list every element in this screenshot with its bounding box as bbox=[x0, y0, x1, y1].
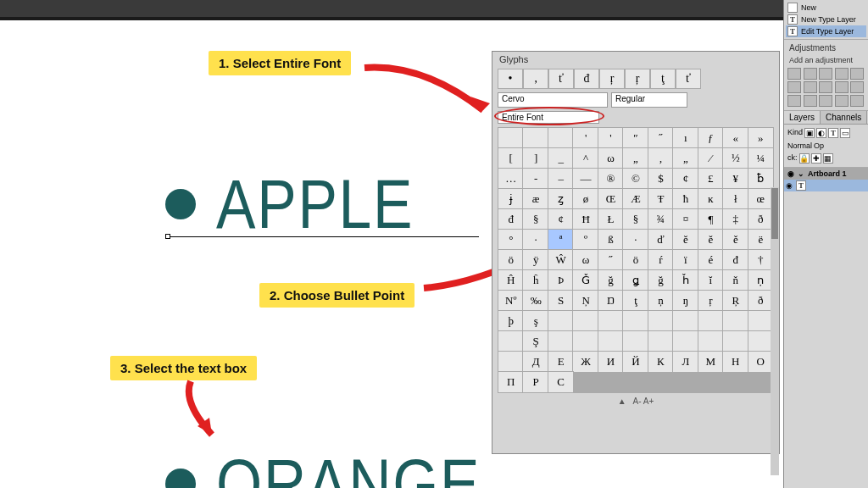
glyph-recent-cell[interactable]: ť bbox=[676, 69, 701, 89]
adj-icon[interactable] bbox=[835, 95, 849, 107]
glyph-cell[interactable] bbox=[548, 311, 573, 331]
tab-channels[interactable]: Channels bbox=[821, 111, 867, 124]
glyph-cell[interactable]: · bbox=[623, 230, 648, 250]
lock-all-icon[interactable]: ▦ bbox=[823, 153, 833, 164]
chevron-down-icon[interactable]: ⌄ bbox=[798, 169, 804, 178]
glyph-cell[interactable]: Ǧ bbox=[573, 270, 598, 291]
eye-icon[interactable]: ◉ bbox=[786, 181, 793, 190]
glyph-cell[interactable] bbox=[498, 352, 523, 372]
glyph-cell[interactable]: · bbox=[523, 230, 548, 250]
glyph-cell[interactable]: ¶ bbox=[698, 209, 723, 230]
tab-layers[interactable]: Layers bbox=[784, 111, 821, 124]
glyph-cell[interactable]: ª bbox=[548, 230, 573, 250]
glyph-cell[interactable]: — bbox=[573, 169, 598, 189]
history-row[interactable]: TNew Type Layer bbox=[786, 14, 866, 25]
glyph-cell[interactable]: œ bbox=[748, 189, 773, 209]
glyph-cell[interactable]: ] bbox=[523, 148, 548, 169]
glyph-cell[interactable]: ë bbox=[748, 230, 773, 250]
glyph-cell[interactable]: ˝ bbox=[598, 250, 623, 270]
glyph-recent-cell[interactable]: ţ bbox=[650, 69, 676, 89]
glyph-cell[interactable]: ŗ bbox=[698, 291, 723, 311]
glyph-cell[interactable]: ï bbox=[673, 250, 698, 270]
glyph-cell[interactable] bbox=[573, 311, 598, 331]
glyph-cell[interactable]: « bbox=[723, 128, 748, 148]
glyph-cell[interactable]: – bbox=[548, 169, 573, 189]
glyph-cell[interactable]: ½ bbox=[723, 148, 748, 169]
glyph-cell[interactable]: ÿ bbox=[523, 250, 548, 270]
glyph-cell[interactable]: ¼ bbox=[748, 148, 773, 169]
glyph-cell[interactable]: ņ bbox=[648, 291, 673, 311]
filter-adj-icon[interactable]: ◐ bbox=[816, 128, 826, 138]
glyph-cell[interactable]: ł bbox=[723, 189, 748, 209]
glyph-cell[interactable]: Þ bbox=[548, 270, 573, 291]
glyph-cell[interactable]: © bbox=[623, 169, 648, 189]
filter-shape-icon[interactable]: ▭ bbox=[840, 128, 850, 138]
glyph-cell[interactable]: Ж bbox=[573, 352, 598, 372]
eye-icon[interactable]: ◉ bbox=[787, 169, 794, 178]
adj-icon[interactable] bbox=[819, 81, 832, 93]
glyph-cell[interactable]: § bbox=[523, 209, 548, 230]
font-category-select[interactable]: Entire Font bbox=[498, 111, 599, 124]
glyph-cell[interactable]: ǥ bbox=[623, 270, 648, 291]
glyph-recent-cell[interactable]: • bbox=[498, 69, 523, 89]
glyph-cell[interactable] bbox=[598, 331, 623, 352]
glyph-cell[interactable] bbox=[723, 331, 748, 352]
adj-icon[interactable] bbox=[819, 95, 832, 107]
glyph-cell[interactable]: ö bbox=[623, 250, 648, 270]
glyph-cell[interactable]: Œ bbox=[598, 189, 623, 209]
glyph-cell[interactable]: ň bbox=[723, 270, 748, 291]
glyph-cell[interactable]: И bbox=[598, 352, 623, 372]
glyph-cell[interactable]: Ħ bbox=[573, 209, 598, 230]
glyph-cell[interactable]: ⁄ bbox=[698, 148, 723, 169]
glyph-cell[interactable]: Ŵ bbox=[548, 250, 573, 270]
adj-icon[interactable] bbox=[835, 81, 849, 93]
glyph-cell[interactable] bbox=[573, 331, 598, 352]
glyph-cell[interactable]: ğ bbox=[598, 270, 623, 291]
adj-icon[interactable] bbox=[804, 81, 817, 93]
glyph-recent-cell[interactable]: ŗ bbox=[599, 69, 625, 89]
glyph-cell[interactable]: ħ bbox=[673, 189, 698, 209]
glyph-cell[interactable] bbox=[723, 311, 748, 331]
glyph-cell[interactable]: Н bbox=[723, 352, 748, 372]
blend-mode-select[interactable]: Normal bbox=[787, 141, 812, 150]
adj-icon[interactable] bbox=[787, 95, 801, 107]
adj-icon[interactable] bbox=[850, 81, 864, 93]
glyph-cell[interactable]: ° bbox=[498, 230, 523, 250]
glyph-cell[interactable]: Nº bbox=[498, 291, 523, 311]
glyph-cell[interactable]: Ĥ bbox=[498, 270, 523, 291]
glyph-cell[interactable]: ö bbox=[498, 250, 523, 270]
glyph-cell[interactable]: ƀ bbox=[748, 169, 773, 189]
glyph-cell[interactable]: ^ bbox=[573, 148, 598, 169]
glyph-cell[interactable] bbox=[548, 331, 573, 352]
glyph-cell[interactable]: ď bbox=[648, 230, 673, 250]
adj-icon[interactable] bbox=[850, 68, 864, 80]
history-row[interactable]: TEdit Type Layer bbox=[786, 25, 866, 37]
glyph-cell[interactable]: - bbox=[523, 169, 548, 189]
glyph-cell[interactable]: ð bbox=[748, 209, 773, 230]
glyph-cell[interactable]: ˝ bbox=[648, 128, 673, 148]
glyph-cell[interactable] bbox=[523, 128, 548, 148]
glyph-cell[interactable]: „ bbox=[673, 148, 698, 169]
glyph-recent-cell[interactable]: ť bbox=[548, 69, 574, 89]
glyph-cell[interactable]: ĕ bbox=[698, 230, 723, 250]
artboard-row[interactable]: ◉ ⌄ Artboard 1 bbox=[784, 168, 868, 180]
glyph-cell[interactable]: æ bbox=[523, 189, 548, 209]
lock-pos-icon[interactable]: ✚ bbox=[811, 153, 821, 164]
glyph-cell[interactable]: ě bbox=[723, 230, 748, 250]
glyph-cell[interactable]: ‚ bbox=[648, 148, 673, 169]
glyph-cell[interactable]: ğ bbox=[648, 270, 673, 291]
glyph-cell[interactable]: Ŋ bbox=[598, 291, 623, 311]
glyph-cell[interactable]: ″ bbox=[623, 128, 648, 148]
glyph-cell[interactable]: ω bbox=[573, 250, 598, 270]
adj-icon[interactable] bbox=[787, 81, 801, 93]
glyph-cell[interactable] bbox=[673, 311, 698, 331]
glyph-cell[interactable]: $ bbox=[648, 169, 673, 189]
glyph-cell[interactable]: ' bbox=[573, 128, 598, 148]
adj-icon[interactable] bbox=[835, 68, 849, 80]
glyph-cell[interactable]: Ŗ bbox=[723, 291, 748, 311]
glyph-cell[interactable]: ' bbox=[598, 128, 623, 148]
glyph-cell[interactable]: ω bbox=[598, 148, 623, 169]
glyph-cell[interactable]: О bbox=[748, 352, 773, 372]
glyph-cell[interactable]: ĕ bbox=[673, 230, 698, 250]
glyph-cell[interactable]: £ bbox=[698, 169, 723, 189]
